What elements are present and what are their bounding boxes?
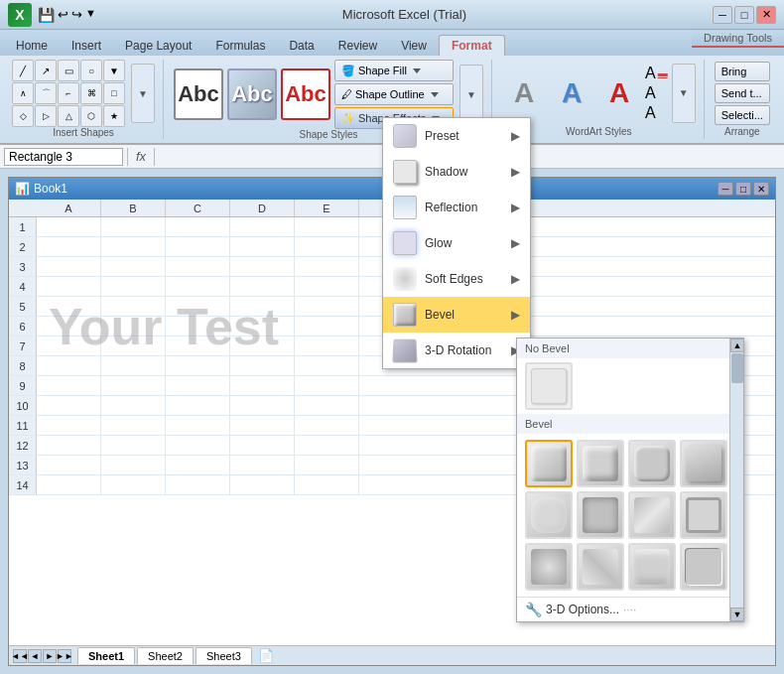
sheet-tab-3[interactable]: Sheet3 (196, 647, 252, 664)
next-sheet-btn[interactable]: ► (43, 649, 57, 663)
shape-style-btn-3[interactable]: Abc (281, 68, 330, 120)
shape5[interactable]: ⌘ (80, 82, 102, 104)
tab-format[interactable]: Format (439, 35, 505, 56)
tab-page-layout[interactable]: Page Layout (113, 36, 203, 56)
wordart-outline-btn[interactable]: A (550, 71, 593, 115)
scroll-thumb[interactable] (731, 353, 743, 383)
scroll-up-btn[interactable]: ▲ (730, 338, 744, 352)
wordart-format-btns: A ▬ A A (645, 65, 668, 122)
ss-restore[interactable]: □ (735, 182, 751, 196)
dropdown-icon[interactable]: ▼ (85, 7, 96, 23)
styles-dropdown-btn[interactable]: ▼ (459, 65, 483, 124)
undo-icon[interactable]: ↩ (58, 7, 68, 23)
cell-d1[interactable] (230, 217, 295, 236)
cell-e1[interactable] (295, 217, 359, 236)
bevel-item-8[interactable] (680, 491, 727, 539)
shape9[interactable]: △ (58, 105, 79, 127)
bevel-shape-12 (686, 549, 721, 585)
cell-a2[interactable] (37, 237, 101, 256)
shape-style-btn-1[interactable]: Abc (174, 68, 223, 120)
bevel-item-5[interactable] (525, 491, 573, 539)
shape6[interactable]: □ (103, 82, 125, 104)
wordart-dropdown-btn[interactable]: ▼ (672, 64, 696, 123)
menu-item-soft-edges[interactable]: Soft Edges ▶ (383, 261, 530, 297)
menu-item-glow[interactable]: Glow ▶ (383, 225, 530, 261)
bevel-item-3[interactable] (628, 440, 676, 487)
send-btn[interactable]: Send t... (715, 83, 770, 103)
sheet-tab-1[interactable]: Sheet1 (77, 647, 135, 664)
shape3[interactable]: ⌒ (35, 82, 57, 104)
select-btn[interactable]: Selecti... (715, 105, 770, 125)
no-bevel-item[interactable] (525, 362, 573, 410)
prev-sheet-btn[interactable]: ◄ (28, 649, 42, 663)
menu-item-preset[interactable]: Preset ▶ (383, 118, 530, 154)
cell-c1[interactable] (166, 217, 230, 236)
shadow-icon (393, 160, 417, 184)
redo-icon[interactable]: ↪ (71, 7, 82, 23)
cell-b2[interactable] (101, 237, 166, 256)
shape-fill-btn[interactable]: 🪣 Shape Fill (334, 60, 454, 81)
shape8[interactable]: ▷ (35, 105, 57, 127)
arrange-btns: Bring Send t... Selecti... (715, 62, 770, 125)
wordart-plain-btn[interactable]: A (502, 71, 546, 115)
last-sheet-btn[interactable]: ►► (58, 649, 71, 663)
bevel-item-1[interactable] (525, 440, 573, 487)
line-tool[interactable]: ╱ (12, 60, 34, 81)
cell-a1[interactable] (37, 217, 101, 236)
shape11[interactable]: ★ (103, 105, 125, 127)
tab-insert[interactable]: Insert (60, 36, 113, 56)
menu-item-shadow[interactable]: Shadow ▶ (383, 154, 530, 190)
cell-e2[interactable] (295, 237, 359, 256)
menu-item-3d-rotation[interactable]: 3-D Rotation ▶ (383, 333, 530, 368)
cell-a3[interactable] (37, 257, 101, 276)
wordart-red-btn[interactable]: A (597, 71, 641, 115)
3d-options-link[interactable]: 🔧 3-D Options... ···· (517, 597, 729, 621)
shape4[interactable]: ⌐ (58, 82, 79, 104)
scroll-down-btn[interactable]: ▼ (730, 607, 744, 621)
bevel-item-6[interactable] (577, 491, 624, 539)
bevel-item-2[interactable] (577, 440, 624, 487)
window-title: Microsoft Excel (Trial) (342, 7, 466, 22)
reflection-arrow: ▶ (511, 201, 520, 214)
first-sheet-btn[interactable]: ◄◄ (13, 649, 27, 663)
cell-c2[interactable] (166, 237, 230, 256)
cell-d2[interactable] (230, 237, 295, 256)
bevel-item-11[interactable] (628, 543, 676, 591)
shape7[interactable]: ◇ (12, 105, 34, 127)
tab-view[interactable]: View (389, 36, 439, 56)
shape-outline-btn[interactable]: 🖊 Shape Outline (334, 83, 454, 105)
menu-item-reflection[interactable]: Reflection ▶ (383, 190, 530, 225)
maximize-button[interactable]: □ (734, 6, 754, 24)
fx-label: fx (132, 149, 150, 164)
more-shapes[interactable]: ▼ (103, 60, 125, 81)
tab-data[interactable]: Data (277, 36, 326, 56)
arrow-tool[interactable]: ↗ (35, 60, 57, 81)
shape10[interactable]: ⬡ (80, 105, 102, 127)
shape2[interactable]: ∧ (12, 82, 34, 104)
tab-review[interactable]: Review (327, 36, 389, 56)
bevel-item-4[interactable] (680, 440, 727, 487)
save-icon[interactable]: 💾 (38, 7, 55, 23)
bevel-item-12[interactable] (680, 543, 727, 591)
menu-item-bevel[interactable]: Bevel ▶ (383, 297, 530, 333)
cell-b1[interactable] (101, 217, 166, 236)
shape-tools-grid: ╱ ↗ ▭ ○ ▼ ∧ ⌒ ⌐ ⌘ □ ◇ ▷ △ ⬡ ★ (12, 60, 125, 127)
tab-formulas[interactable]: Formulas (203, 36, 277, 56)
tab-home[interactable]: Home (4, 36, 60, 56)
ss-minimize[interactable]: ─ (718, 182, 733, 196)
bevel-item-9[interactable] (525, 543, 573, 591)
rect-tool[interactable]: ▭ (58, 60, 79, 81)
add-sheet-icon[interactable]: 📄 (258, 648, 274, 663)
close-button[interactable]: ✕ (756, 6, 776, 24)
bevel-item-10[interactable] (577, 543, 624, 591)
name-box[interactable] (4, 148, 123, 166)
ss-close[interactable]: ✕ (753, 182, 769, 196)
sheet-tab-2[interactable]: Sheet2 (137, 647, 194, 664)
shape-style-btn-2[interactable]: Abc (227, 68, 277, 120)
minimize-button[interactable]: ─ (713, 6, 732, 24)
bring-btn[interactable]: Bring (715, 62, 770, 81)
bevel-item-7[interactable] (628, 491, 676, 539)
oval-tool[interactable]: ○ (80, 60, 102, 81)
scroll-track (730, 352, 743, 607)
shapes-dropdown-btn[interactable]: ▼ (131, 64, 155, 123)
